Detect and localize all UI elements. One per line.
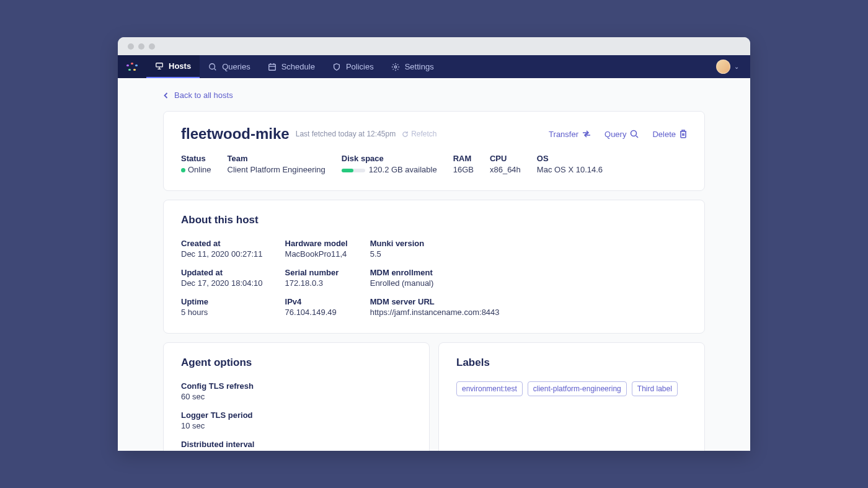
labels-card: Labels environment:test client-platform-… bbox=[438, 342, 705, 451]
agent-title: Agent options bbox=[181, 357, 412, 369]
nav-policies[interactable]: Policies bbox=[324, 55, 383, 78]
avatar bbox=[716, 60, 730, 74]
host-actions: Transfer Query Delete bbox=[549, 130, 687, 139]
labels-title: Labels bbox=[456, 357, 687, 369]
top-nav: Hosts Queries Schedule Policies Settings… bbox=[118, 55, 750, 78]
query-button[interactable]: Query bbox=[604, 130, 639, 139]
label-badge[interactable]: client-platform-engineering bbox=[528, 381, 627, 396]
nav-settings[interactable]: Settings bbox=[383, 55, 443, 78]
traffic-light-close[interactable] bbox=[128, 43, 134, 50]
label-badge[interactable]: Third label bbox=[632, 381, 678, 396]
about-card: About this host Created atDec 11, 2020 0… bbox=[163, 200, 705, 334]
schedule-icon bbox=[268, 63, 277, 71]
label-badge[interactable]: environment:test bbox=[456, 381, 523, 396]
delete-button[interactable]: Delete bbox=[652, 130, 687, 139]
traffic-light-zoom[interactable] bbox=[149, 43, 155, 50]
app-window: Hosts Queries Schedule Policies Settings… bbox=[118, 37, 750, 451]
about-title: About this host bbox=[181, 214, 687, 226]
app-logo[interactable] bbox=[118, 55, 146, 78]
about-grid: Created atDec 11, 2020 00:27:11 Updated … bbox=[181, 239, 687, 317]
about-item: MDM server URLhttps://jamf.instancename.… bbox=[370, 297, 500, 317]
about-item: Uptime5 hours bbox=[181, 297, 263, 317]
about-item: Munki version5.5 bbox=[370, 239, 500, 259]
trash-icon bbox=[680, 130, 687, 138]
nav-label: Policies bbox=[346, 62, 374, 71]
nav-hosts[interactable]: Hosts bbox=[146, 55, 200, 78]
svg-line-11 bbox=[636, 136, 638, 138]
agent-item: Config TLS refresh60 sec bbox=[181, 381, 412, 401]
about-col-3: Munki version5.5 MDM enrollmentEnrolled … bbox=[370, 239, 500, 317]
back-to-hosts-link[interactable]: Back to all hosts bbox=[163, 78, 705, 111]
svg-point-10 bbox=[631, 131, 637, 136]
refresh-icon bbox=[402, 131, 409, 138]
agent-item: Distributed interval10 sec bbox=[181, 440, 412, 451]
svg-line-4 bbox=[215, 68, 216, 70]
status-stat: Status Online bbox=[181, 154, 211, 174]
agent-list: Config TLS refresh60 sec Logger TLS peri… bbox=[181, 381, 412, 451]
transfer-icon bbox=[582, 130, 591, 138]
about-item: MDM enrollmentEnrolled (manual) bbox=[370, 268, 500, 288]
user-menu[interactable]: ⌄ bbox=[716, 55, 750, 78]
host-summary-card: fleetwood-mike Last fetched today at 12:… bbox=[163, 111, 705, 191]
bottom-row: Agent options Config TLS refresh60 sec L… bbox=[163, 342, 705, 451]
backlink-label: Back to all hosts bbox=[174, 91, 233, 100]
agent-options-card: Agent options Config TLS refresh60 sec L… bbox=[163, 342, 430, 451]
os-stat: OS Mac OS X 10.14.6 bbox=[537, 154, 603, 174]
host-header: fleetwood-mike Last fetched today at 12:… bbox=[181, 125, 687, 143]
agent-item: Logger TLS period10 sec bbox=[181, 410, 412, 430]
host-name: fleetwood-mike bbox=[181, 125, 290, 143]
about-item: Created atDec 11, 2020 00:27:11 bbox=[181, 239, 263, 259]
refetch-button[interactable]: Refetch bbox=[402, 130, 436, 138]
queries-icon bbox=[208, 63, 217, 71]
logo-icon bbox=[126, 63, 138, 71]
hosts-icon bbox=[155, 62, 164, 71]
query-icon bbox=[630, 130, 639, 138]
settings-icon bbox=[391, 63, 400, 71]
about-col-1: Created atDec 11, 2020 00:27:11 Updated … bbox=[181, 239, 263, 317]
traffic-light-minimize[interactable] bbox=[138, 43, 144, 50]
about-item: Serial number172.18.0.3 bbox=[285, 268, 348, 288]
transfer-button[interactable]: Transfer bbox=[549, 130, 591, 139]
nav-queries[interactable]: Queries bbox=[200, 55, 259, 78]
svg-rect-0 bbox=[156, 63, 163, 66]
nav-schedule[interactable]: Schedule bbox=[259, 55, 324, 78]
policies-icon bbox=[332, 63, 341, 71]
chevron-down-icon: ⌄ bbox=[734, 63, 739, 70]
about-item: Updated atDec 17, 2020 18:04:10 bbox=[181, 268, 263, 288]
window-titlebar bbox=[118, 37, 750, 55]
about-item: Hardware modelMacBookPro11,4 bbox=[285, 239, 348, 259]
last-fetched: Last fetched today at 12:45pm bbox=[296, 130, 396, 138]
nav-label: Schedule bbox=[281, 62, 315, 71]
host-stats: Status Online Team Client Platform Engin… bbox=[181, 154, 687, 174]
nav-label: Queries bbox=[222, 62, 250, 71]
svg-rect-5 bbox=[268, 64, 275, 70]
svg-point-3 bbox=[210, 63, 215, 69]
ram-stat: RAM 16GB bbox=[453, 154, 474, 174]
about-col-2: Hardware modelMacBookPro11,4 Serial numb… bbox=[285, 239, 348, 317]
team-stat: Team Client Platform Engineering bbox=[228, 154, 326, 174]
labels-list: environment:test client-platform-enginee… bbox=[456, 381, 687, 396]
chevron-left-icon bbox=[163, 92, 169, 99]
status-dot-icon bbox=[181, 168, 185, 172]
cpu-stat: CPU x86_64h bbox=[490, 154, 521, 174]
disk-stat: Disk space 120.2 GB available bbox=[342, 154, 437, 174]
nav-label: Settings bbox=[405, 62, 434, 71]
disk-bar-icon bbox=[342, 169, 365, 172]
svg-point-9 bbox=[394, 66, 397, 68]
about-item: IPv476.104.149.49 bbox=[285, 297, 348, 317]
page-content: Back to all hosts fleetwood-mike Last fe… bbox=[118, 78, 750, 451]
nav-label: Hosts bbox=[169, 61, 191, 71]
